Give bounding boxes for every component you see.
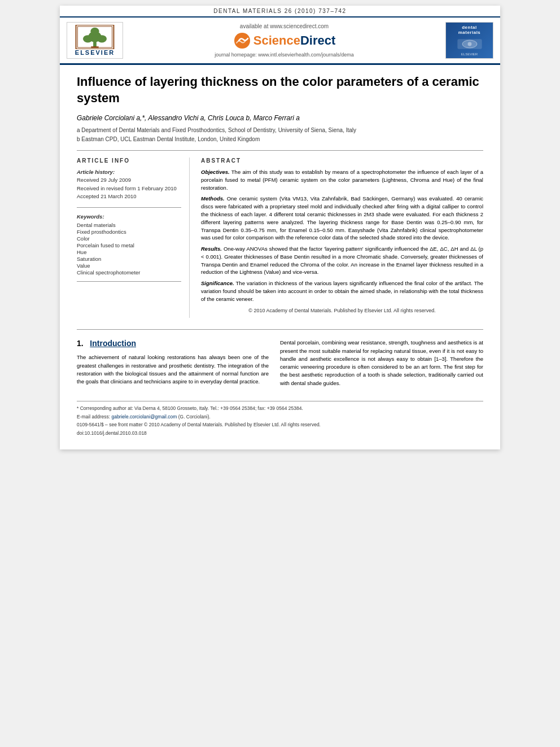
abstract-text: Objectives. The aim of this study was to… (201, 168, 483, 314)
abstract-objectives: Objectives. The aim of this study was to… (201, 168, 483, 191)
article-footer: * Corresponding author at: Via Derna 4, … (77, 401, 483, 437)
results-text: One-way ANOVAs showed that the factor 'l… (201, 246, 483, 275)
significance-label: Significance. (201, 280, 234, 286)
divider-1 (77, 150, 483, 151)
significance-text: The variation in thickness of the variou… (201, 280, 483, 302)
intro-two-col: 1. Introduction The achievement of natur… (77, 339, 483, 387)
email-suffix: (G. Corciolani). (178, 414, 211, 420)
objectives-label: Objectives. (201, 169, 230, 175)
elsevier-tree-icon (75, 25, 115, 49)
dm-journal-title: dental (462, 25, 477, 30)
corresponding-author-text: * Corresponding author at: Via Derna 4, … (77, 405, 303, 411)
keywords-list: Dental materials Fixed prosthodontics Co… (77, 222, 181, 276)
objectives-text: The aim of this study was to establish b… (201, 169, 483, 191)
journal-citation: Dental Materials 26 (2010) 737–742 (213, 8, 346, 14)
main-content: Influence of layering thickness on the c… (60, 65, 500, 449)
elsevier-logo: ELSEVIER (67, 22, 123, 59)
keyword-1: Dental materials (77, 222, 181, 228)
dm-publisher: ELSEVIER (461, 53, 478, 56)
elsevier-label: ELSEVIER (75, 49, 115, 56)
article-history: Article history: Received 29 July 2009 R… (77, 168, 181, 200)
svg-point-3 (97, 35, 107, 42)
methods-text: One ceramic system (Vita VM13, Vita Zahn… (201, 195, 483, 241)
abstract-copyright: © 2010 Academy of Dental Materials. Publ… (201, 307, 483, 314)
introduction-section: 1. Introduction The achievement of natur… (77, 329, 483, 387)
journal-url: journal homepage: www.intl.elsevierhealt… (129, 52, 440, 58)
svg-point-4 (90, 28, 99, 35)
abstract-header: ABSTRACT (201, 158, 483, 164)
section-title-text: Introduction (90, 339, 136, 348)
keyword-8: Clinical spectrophotometer (77, 269, 181, 276)
received-date: Received 29 July 2009 (77, 177, 131, 183)
abstract-significance: Significance. The variation in thickness… (201, 279, 483, 303)
abstract-column: ABSTRACT Objectives. The aim of this stu… (201, 158, 483, 318)
intro-right-col: Dental porcelain, combining wear resista… (280, 339, 483, 387)
dm-cover-graphic (453, 37, 487, 51)
email-note: E-mail address: gabriele.corciolani@gmai… (77, 413, 483, 421)
abstract-methods: Methods. One ceramic system (Vita VM13, … (201, 195, 483, 242)
article-title: Influence of layering thickness on the c… (77, 74, 483, 106)
available-text: available at www.sciencedirect.com (129, 23, 440, 29)
journal-header-bar: Dental Materials 26 (2010) 737–742 (60, 6, 500, 18)
logo-banner: ELSEVIER available at www.sciencedirect.… (60, 18, 500, 65)
article-info-header: ARTICLE INFO (77, 158, 181, 164)
keywords-label: Keywords: (77, 213, 181, 220)
section-number: 1. (77, 339, 84, 348)
license-note: 0109-5641/$ – see front matter © 2010 Ac… (77, 421, 483, 429)
affiliations: a Department of Dental Materials and Fix… (77, 126, 483, 143)
divider-keywords (77, 207, 181, 208)
center-banner: available at www.sciencedirect.com Scien… (123, 23, 445, 58)
email-link[interactable]: gabriele.corciolani@gmail.com (111, 414, 177, 420)
article-page: Dental Materials 26 (2010) 737–742 ELSEV… (60, 6, 500, 449)
keyword-6: Saturation (77, 256, 181, 262)
sciencedirect-logo: ScienceDirect (129, 32, 440, 50)
keywords-section: Keywords: Dental materials Fixed prostho… (77, 213, 181, 276)
keyword-4: Porcelain fused to metal (77, 242, 181, 248)
affiliation-b: b Eastman CPD, UCL Eastman Dental Instit… (77, 136, 483, 143)
accepted-date: Accepted 21 March 2010 (77, 193, 137, 199)
doi-note: doi:10.1016/j.dental.2010.03.018 (77, 430, 483, 437)
keyword-2: Fixed prosthodontics (77, 229, 181, 235)
svg-point-10 (467, 42, 471, 46)
article-info-column: ARTICLE INFO Article history: Received 2… (77, 158, 190, 318)
divider-left-bottom (77, 281, 181, 282)
authors-text: Gabriele Corciolani a,*, Alessandro Vich… (77, 114, 300, 122)
dental-materials-cover: dental materials ELSEVIER (445, 22, 493, 59)
license-text: 0109-5641/$ – see front matter © 2010 Ac… (77, 422, 321, 427)
authors: Gabriele Corciolani a,*, Alessandro Vich… (77, 114, 483, 122)
sciencedirect-text: ScienceDirect (253, 33, 336, 48)
keyword-5: Hue (77, 249, 181, 255)
abstract-results: Results. One-way ANOVAs showed that the … (201, 245, 483, 276)
svg-point-2 (83, 35, 93, 42)
intro-left-col: 1. Introduction The achievement of natur… (77, 339, 269, 387)
dm-journal-subtitle: materials (458, 30, 481, 35)
article-info-abstract: ARTICLE INFO Article history: Received 2… (77, 158, 483, 318)
affiliation-a: a Department of Dental Materials and Fix… (77, 126, 483, 134)
history-label: Article history: (77, 169, 115, 175)
email-label: E-mail address: (77, 414, 110, 420)
doi-text: doi:10.1016/j.dental.2010.03.018 (77, 430, 147, 436)
methods-label: Methods. (201, 195, 225, 202)
revised-date: Received in revised form 1 February 2010 (77, 185, 177, 191)
sciencedirect-icon (233, 32, 251, 50)
results-label: Results. (201, 246, 222, 252)
section-title: 1. Introduction (77, 339, 269, 348)
intro-right-text: Dental porcelain, combining wear resista… (280, 339, 483, 387)
keyword-3: Color (77, 235, 181, 242)
corresponding-author-note: * Corresponding author at: Via Derna 4, … (77, 405, 483, 412)
intro-left-text: The achievement of natural looking resto… (77, 353, 269, 386)
keyword-7: Value (77, 263, 181, 269)
